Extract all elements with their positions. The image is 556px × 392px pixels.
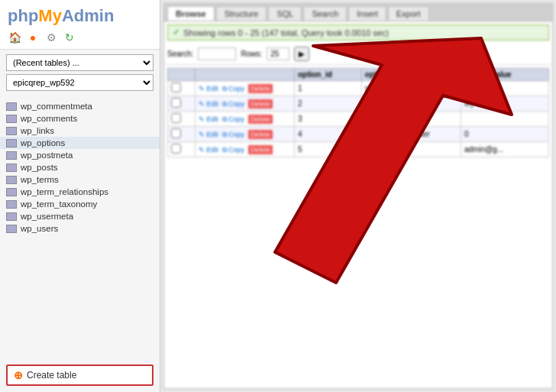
table-item-wp-usermeta[interactable]: wp_usermeta	[0, 210, 160, 222]
refresh-icon[interactable]: ↻	[63, 31, 76, 44]
table-item-wp-postmeta[interactable]: wp_postmeta	[0, 149, 160, 161]
row-actions: ✎ Edit ⧉ Copy Delete	[195, 127, 294, 142]
table-item-wp-terms[interactable]: wp_terms	[0, 173, 160, 186]
row-select[interactable]	[171, 128, 181, 138]
tab-structure[interactable]: Structure	[216, 6, 267, 21]
tab-sql[interactable]: SQL	[268, 6, 302, 21]
status-bar: ✓ Showing rows 0 - 25 (147 total, Query …	[167, 24, 549, 40]
tab-export[interactable]: Export	[388, 6, 429, 21]
row-checkbox	[168, 127, 196, 142]
row-checkbox	[168, 81, 196, 96]
row-select[interactable]	[171, 144, 181, 154]
table-icon	[6, 127, 17, 135]
table-item-wp-options[interactable]: wp_options	[0, 137, 160, 149]
data-table: option_id option_name option_value ✎ Edi…	[167, 68, 549, 157]
table-icon	[6, 176, 17, 184]
table-name: wp_terms	[21, 175, 59, 184]
table-icon	[6, 151, 17, 160]
edit-link[interactable]: ✎ Edit	[199, 115, 218, 123]
table-item-wp-commentmeta[interactable]: wp_commentmeta	[0, 100, 160, 112]
table-row: ✎ Edit ⧉ Copy Delete 5 admin_email admin…	[168, 142, 549, 157]
status-message: Showing rows 0 - 25 (147 total, Query to…	[183, 28, 389, 37]
database-dropdown[interactable]: epicqrep_wp592	[6, 74, 154, 91]
cell-name: blogname	[361, 96, 461, 112]
sidebar: phpMyAdmin 🏠 ● ⚙ ↻ (Recent tables) ... e…	[0, 0, 160, 392]
tab-browse[interactable]: Browse	[167, 6, 215, 21]
copy-link[interactable]: ⧉ Copy	[222, 146, 245, 154]
row-select[interactable]	[171, 83, 181, 92]
table-name: wp_posts	[21, 163, 58, 172]
row-checkbox	[168, 96, 196, 112]
table-item-wp-term-relationships[interactable]: wp_term_relationships	[0, 186, 160, 198]
delete-button[interactable]: Delete	[248, 145, 273, 154]
table-name: wp_commentmeta	[21, 102, 92, 111]
table-name: wp_postmeta	[21, 151, 73, 160]
table-icon	[6, 212, 17, 221]
main-content: Browse Structure SQL Search Insert Expor…	[160, 0, 556, 392]
edit-link[interactable]: ✎ Edit	[199, 146, 218, 154]
delete-button[interactable]: Delete	[248, 99, 273, 109]
search-input[interactable]	[198, 47, 236, 60]
table-icon	[6, 115, 17, 123]
row-actions: ✎ Edit ⧉ Copy Delete	[195, 96, 294, 112]
table-item-wp-links[interactable]: wp_links	[0, 125, 160, 137]
logo-admin: Admin	[62, 6, 114, 25]
col-header-actions2	[195, 69, 294, 81]
home-icon[interactable]: 🏠	[8, 31, 21, 44]
cell-id: 3	[294, 112, 361, 127]
table-item-wp-users[interactable]: wp_users	[0, 222, 160, 235]
table-name: wp_users	[21, 224, 58, 233]
search-label: Search:	[167, 50, 193, 58]
table-name: wp_usermeta	[21, 212, 73, 221]
logo-my: My	[38, 6, 62, 25]
tab-insert[interactable]: Insert	[348, 6, 386, 21]
tab-search[interactable]: Search	[303, 6, 347, 21]
delete-button[interactable]: Delete	[248, 130, 273, 139]
table-row: ✎ Edit ⧉ Copy Delete 1 siteurl http://ep…	[168, 81, 549, 96]
row-actions: ✎ Edit ⧉ Copy Delete	[195, 142, 294, 157]
cell-name: users_can_register	[361, 127, 461, 142]
database-icon[interactable]: ●	[26, 31, 40, 44]
col-header-option-name: option_name	[361, 69, 461, 81]
create-table-button[interactable]: ⊕ Create table	[6, 364, 154, 386]
delete-button[interactable]: Delete	[248, 115, 273, 124]
search-controls: Search: Rows: ▶	[164, 44, 552, 65]
table-item-wp-comments[interactable]: wp_comments	[0, 112, 160, 125]
check-icon: ✓	[173, 28, 179, 37]
number-rows-button[interactable]: ▶	[294, 47, 309, 61]
cell-id: 4	[294, 127, 361, 142]
row-select[interactable]	[171, 113, 181, 123]
row-checkbox	[168, 142, 196, 157]
col-header-option-id: option_id	[294, 69, 361, 81]
logo-area: phpMyAdmin 🏠 ● ⚙ ↻	[0, 0, 160, 50]
copy-link[interactable]: ⧉ Copy	[222, 115, 245, 123]
copy-link[interactable]: ⧉ Copy	[222, 85, 245, 92]
edit-link[interactable]: ✎ Edit	[199, 85, 218, 92]
cell-name: admin_email	[361, 142, 461, 157]
delete-button[interactable]: Delete	[248, 84, 273, 93]
copy-link[interactable]: ⧉ Copy	[222, 100, 245, 108]
table-item-wp-posts[interactable]: wp_posts	[0, 161, 160, 173]
toolbar-icons: 🏠 ● ⚙ ↻	[8, 31, 152, 44]
col-header-actions	[168, 69, 196, 81]
table-row: ✎ Edit ⧉ Copy Delete 3 blogdescription	[168, 112, 549, 127]
table-icon	[6, 225, 17, 233]
cell-id: 2	[294, 96, 361, 112]
row-select[interactable]	[171, 98, 181, 108]
dropdown-area: (Recent tables) ... epicqrep_wp592	[0, 50, 160, 99]
rows-input[interactable]	[267, 47, 289, 60]
copy-link[interactable]: ⧉ Copy	[222, 131, 245, 138]
settings-icon[interactable]: ⚙	[44, 31, 58, 44]
table-icon	[6, 164, 17, 172]
cell-value: admin@g...	[461, 142, 548, 157]
edit-link[interactable]: ✎ Edit	[199, 100, 218, 108]
table-item-wp-term-taxonomy[interactable]: wp_term_taxonomy	[0, 198, 160, 210]
table-row: ✎ Edit ⧉ Copy Delete 2 blogname My Blog	[168, 96, 549, 112]
rows-label: Rows:	[241, 50, 262, 58]
table-name: wp_term_taxonomy	[21, 199, 97, 209]
table-area: option_id option_name option_value ✎ Edi…	[164, 65, 552, 160]
edit-link[interactable]: ✎ Edit	[199, 131, 218, 138]
recent-tables-dropdown[interactable]: (Recent tables) ...	[6, 54, 154, 71]
table-icon	[6, 139, 17, 147]
row-actions: ✎ Edit ⧉ Copy Delete	[195, 81, 294, 96]
